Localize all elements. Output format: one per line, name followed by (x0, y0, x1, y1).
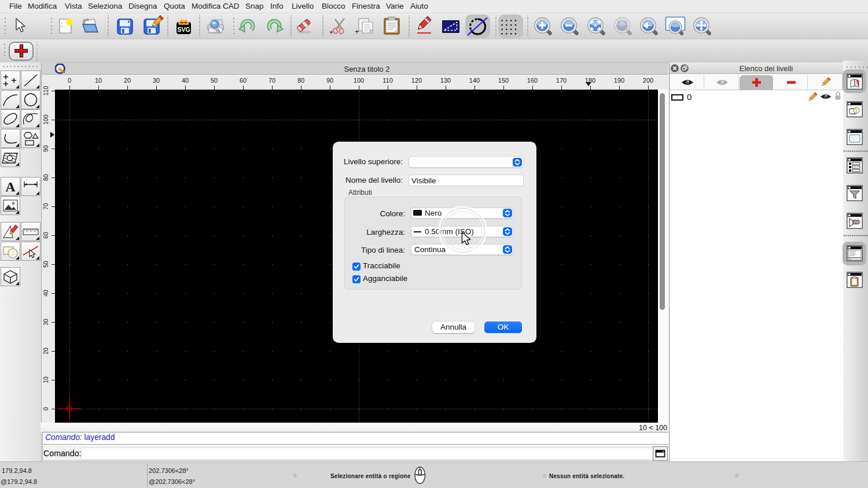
svg-text:0: 0 (42, 407, 49, 411)
svg-text:+: + (329, 28, 333, 35)
svg-text:80: 80 (42, 174, 49, 181)
svg-text:60: 60 (42, 232, 49, 239)
svg-text:A: A (5, 179, 16, 194)
svg-text:90: 90 (42, 145, 49, 152)
svg-text:+: + (355, 27, 359, 35)
svg-text:20: 20 (42, 347, 49, 354)
svg-text:70: 70 (42, 203, 49, 210)
svg-text:50: 50 (42, 261, 49, 268)
svg-text:100: 100 (42, 114, 49, 125)
svg-text:30: 30 (42, 319, 49, 326)
svg-text:10: 10 (42, 376, 49, 383)
svg-text:110: 110 (42, 86, 49, 95)
svg-text:40: 40 (42, 290, 49, 297)
svg-text:SVG: SVG (177, 26, 190, 33)
